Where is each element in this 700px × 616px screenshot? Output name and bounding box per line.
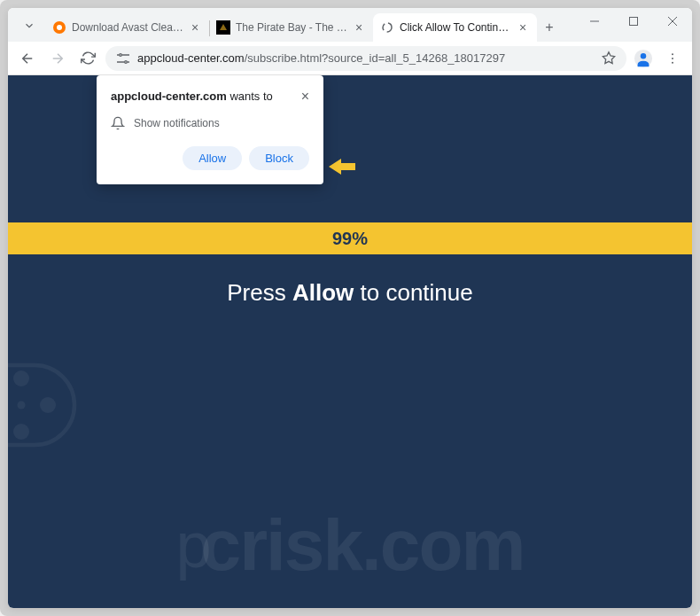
loading-favicon-icon (380, 20, 394, 35)
tab-title: The Pirate Bay - The galaxy's m... (236, 21, 348, 34)
page-content: appcloud-center.com wants to × Show noti… (8, 75, 692, 608)
notification-body-text: Show notifications (134, 117, 220, 129)
svg-point-11 (125, 60, 128, 63)
maximize-button[interactable] (614, 8, 653, 35)
tab-avast[interactable]: Download Avast Cleanup & Bo... × (45, 13, 209, 42)
url-text: appcloud-center.com/subscribe.html?sourc… (137, 51, 595, 65)
window-controls (575, 8, 692, 35)
svg-point-18 (672, 58, 673, 59)
site-settings-icon[interactable] (116, 51, 130, 66)
svg-point-17 (672, 53, 673, 55)
tab-close-icon[interactable]: × (188, 20, 202, 35)
close-icon[interactable]: × (301, 90, 309, 104)
svg-point-8 (120, 53, 122, 56)
svg-rect-5 (630, 18, 638, 26)
profile-button[interactable] (632, 47, 655, 70)
back-button[interactable] (15, 46, 40, 71)
progress-value: 99% (332, 229, 368, 249)
tab-search-dropdown[interactable] (17, 13, 42, 38)
tab-close-icon[interactable]: × (516, 20, 530, 35)
bell-icon (111, 116, 125, 130)
address-bar[interactable]: appcloud-center.com/subscribe.html?sourc… (105, 46, 626, 71)
watermark-text: pcrisk.com (176, 503, 525, 587)
allow-button[interactable]: Allow (183, 146, 242, 170)
block-button[interactable]: Block (249, 146, 309, 170)
svg-point-23 (13, 424, 29, 440)
tab-title: Download Avast Cleanup & Bo... (72, 21, 184, 34)
controller-watermark-icon (8, 339, 88, 475)
screenshot-frame: Download Avast Cleanup & Bo... × The Pir… (0, 0, 700, 616)
svg-point-22 (40, 397, 56, 413)
arrow-pointer-icon (329, 157, 355, 180)
notification-origin: appcloud-center.com wants to (111, 90, 273, 103)
toolbar: appcloud-center.com/subscribe.html?sourc… (8, 42, 692, 75)
svg-point-20 (13, 370, 29, 386)
svg-point-3 (383, 23, 392, 32)
tab-close-icon[interactable]: × (352, 20, 366, 35)
notification-permission-prompt: appcloud-center.com wants to × Show noti… (97, 75, 323, 184)
tab-active[interactable]: Click Allow To Continue - × (373, 13, 537, 42)
browser-window: Download Avast Cleanup & Bo... × The Pir… (8, 8, 692, 608)
new-tab-button[interactable]: + (537, 15, 562, 40)
minimize-button[interactable] (575, 8, 614, 35)
forward-button[interactable] (45, 46, 70, 71)
browser-title-bar: Download Avast Cleanup & Bo... × The Pir… (8, 8, 692, 42)
cta-text: Press Allow to continue (8, 279, 692, 307)
tpb-favicon-icon (216, 20, 230, 35)
svg-point-24 (18, 402, 26, 409)
avast-favicon-icon (52, 20, 66, 35)
tab-strip: Download Avast Cleanup & Bo... × The Pir… (8, 13, 575, 42)
bookmark-star-icon[interactable] (602, 51, 616, 66)
reload-button[interactable] (75, 46, 100, 71)
svg-point-19 (672, 61, 673, 63)
svg-point-1 (57, 25, 62, 30)
svg-marker-14 (603, 52, 614, 64)
kebab-menu-button[interactable] (660, 46, 685, 71)
progress-bar: 99% (8, 222, 692, 254)
close-window-button[interactable] (653, 8, 692, 35)
tab-piratebay[interactable]: The Pirate Bay - The galaxy's m... × (209, 13, 373, 42)
svg-point-16 (641, 53, 646, 58)
tab-title: Click Allow To Continue - (400, 21, 512, 34)
